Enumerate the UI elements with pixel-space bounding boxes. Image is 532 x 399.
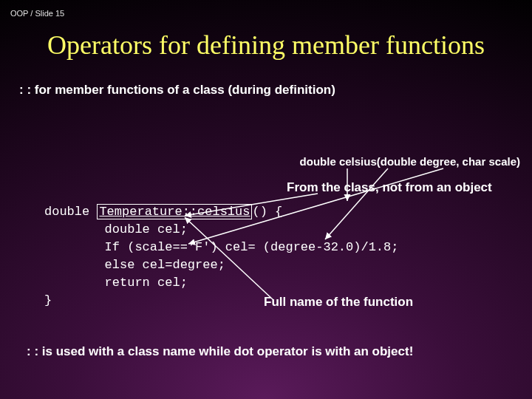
subheading: : : for member functions of a class (dur… <box>19 83 335 98</box>
code-line-1a: double <box>44 205 97 219</box>
function-signature: double celsius(double degree, char scale… <box>300 155 520 168</box>
slide-title: Operators for defining member functions <box>0 30 532 61</box>
code-line-4: else cel=degree; <box>44 258 225 272</box>
code-line-2: double cel; <box>44 222 188 236</box>
footer-note: : : is used with a class name while dot … <box>27 344 413 359</box>
code-line-5: return cel; <box>44 276 188 290</box>
code-line-3: If (scale=='F') cel= (degree-32.0)/1.8; <box>44 240 398 254</box>
slide: OOP / Slide 15 Operators for defining me… <box>0 0 532 399</box>
annotation-class-not-object: From the class, not from an object <box>287 180 492 195</box>
code-line-1c: () { <box>252 205 282 219</box>
code-scope-boxed: Temperature::celsius <box>97 204 252 219</box>
breadcrumb: OOP / Slide 15 <box>10 9 64 18</box>
annotation-full-name: Full name of the function <box>264 295 413 310</box>
code-line-6: } <box>44 293 52 307</box>
code-block: double Temperature::celsius() { double c… <box>44 203 398 310</box>
